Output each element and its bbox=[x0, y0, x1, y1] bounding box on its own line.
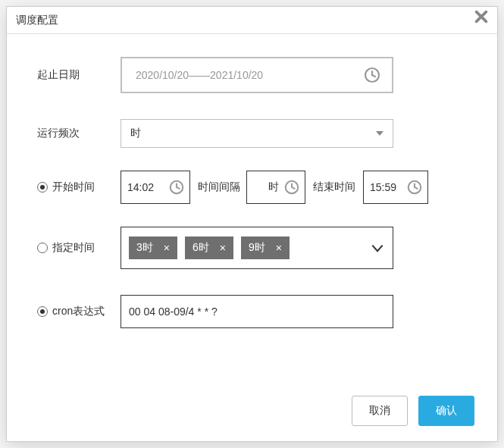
fixed-time-label-text: 指定时间 bbox=[52, 241, 95, 255]
interval-block: 时间间隔 时 bbox=[198, 171, 305, 204]
interval-unit: 时 bbox=[268, 180, 279, 194]
row-date-range: 起止日期 2020/10/20——2021/10/20 bbox=[37, 57, 467, 93]
tag-remove[interactable]: × bbox=[164, 242, 170, 254]
close-button[interactable] bbox=[473, 8, 490, 25]
row-time-mode: 开始时间 14:02 时间间隔 时 bbox=[37, 171, 467, 204]
interval-label: 时间间隔 bbox=[198, 180, 240, 194]
tag-label: 3时 bbox=[136, 241, 153, 255]
start-time-input[interactable]: 14:02 bbox=[121, 171, 190, 204]
row-cron-mode: cron表达式 bbox=[37, 295, 467, 328]
modal-body: 起止日期 2020/10/20——2021/10/20 运行频次 时 bbox=[7, 34, 497, 366]
modal-title: 调度配置 bbox=[16, 14, 58, 27]
confirm-label: 确认 bbox=[436, 404, 457, 418]
tag-label: 6时 bbox=[193, 241, 209, 255]
tags-wrap: 3时 × 6时 × 9时 × bbox=[129, 237, 362, 259]
radio-cron[interactable] bbox=[37, 306, 48, 317]
clock-icon bbox=[283, 179, 300, 196]
modal-footer: 取消 确认 bbox=[352, 396, 474, 426]
tag-remove[interactable]: × bbox=[220, 242, 226, 254]
cron-mode-radio-label: cron表达式 bbox=[37, 305, 121, 318]
clock-icon bbox=[168, 179, 185, 196]
time-mode-radio-label: 开始时间 bbox=[37, 180, 121, 194]
date-range-input[interactable]: 2020/10/20——2021/10/20 bbox=[121, 57, 393, 93]
chevron-down-icon bbox=[370, 240, 385, 255]
cron-input[interactable] bbox=[121, 295, 393, 328]
modal-header: 调度配置 bbox=[7, 7, 497, 34]
frequency-label: 运行频次 bbox=[37, 127, 121, 140]
radio-start-time[interactable] bbox=[37, 182, 48, 193]
schedule-config-modal: 调度配置 起止日期 2020/10/20——2021/10/20 bbox=[6, 6, 498, 442]
frequency-select[interactable]: 时 bbox=[121, 119, 393, 148]
close-icon bbox=[473, 8, 490, 25]
row-fixed-mode: 指定时间 3时 × 6时 × 9时 bbox=[37, 227, 467, 269]
interval-input[interactable]: 时 bbox=[246, 171, 305, 204]
clock-icon bbox=[363, 66, 381, 84]
date-range-placeholder: 2020/10/20——2021/10/20 bbox=[136, 69, 263, 81]
tag-item: 6时 × bbox=[185, 237, 233, 259]
date-range-label-text: 起止日期 bbox=[37, 68, 80, 82]
frequency-label-text: 运行频次 bbox=[37, 127, 80, 140]
end-time-input[interactable]: 15:59 bbox=[363, 171, 428, 204]
date-range-label: 起止日期 bbox=[37, 68, 121, 82]
row-frequency: 运行频次 时 bbox=[37, 119, 467, 148]
cancel-label: 取消 bbox=[369, 404, 390, 418]
tag-remove[interactable]: × bbox=[276, 242, 282, 254]
end-time-value: 15:59 bbox=[370, 181, 396, 193]
fixed-mode-radio-label: 指定时间 bbox=[37, 241, 121, 255]
start-time-value: 14:02 bbox=[127, 181, 154, 193]
radio-fixed-time[interactable] bbox=[37, 243, 48, 253]
tag-item: 3时 × bbox=[129, 237, 177, 259]
tag-item: 9时 × bbox=[241, 237, 290, 259]
confirm-button[interactable]: 确认 bbox=[418, 396, 474, 426]
frequency-value: 时 bbox=[130, 127, 141, 140]
end-time-label: 结束时间 bbox=[313, 180, 355, 194]
clock-icon bbox=[406, 179, 423, 196]
caret-down-icon bbox=[376, 131, 383, 136]
cancel-button[interactable]: 取消 bbox=[352, 396, 408, 426]
tag-label: 9时 bbox=[249, 241, 265, 255]
start-time-label-text: 开始时间 bbox=[52, 180, 95, 194]
fixed-time-select[interactable]: 3时 × 6时 × 9时 × bbox=[121, 227, 393, 269]
cron-label-text: cron表达式 bbox=[52, 305, 105, 318]
